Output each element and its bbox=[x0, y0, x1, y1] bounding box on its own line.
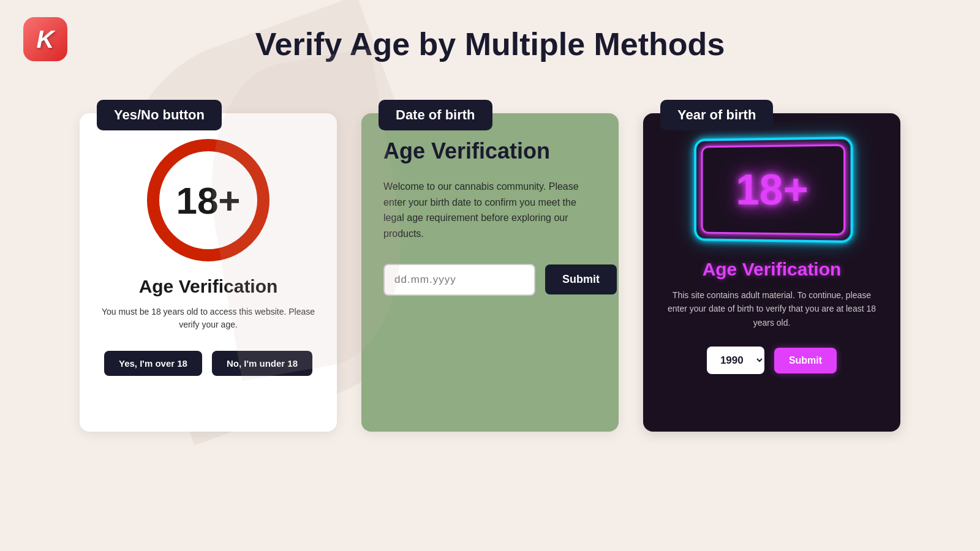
card3-wrapper: Year of birth 18+ Age Verification This … bbox=[643, 113, 900, 432]
badge-18-ring bbox=[149, 141, 267, 259]
card2-label-badge: Date of birth bbox=[379, 100, 492, 130]
card1-description: You must be 18 years old to access this … bbox=[98, 305, 318, 331]
yes-button[interactable]: Yes, I'm over 18 bbox=[104, 351, 202, 376]
neon-box: 18+ bbox=[694, 137, 853, 243]
page-title: Verify Age by Multiple Methods bbox=[0, 26, 980, 62]
card3-description: This site contains adult material. To co… bbox=[662, 288, 882, 329]
cards-container: Yes/No button 18+ Age Verification You m… bbox=[0, 113, 980, 432]
card3-label-badge: Year of birth bbox=[660, 100, 773, 130]
card2-wrapper: Date of birth Age Verification Welcome t… bbox=[361, 113, 619, 432]
card1-label-badge: Yes/No button bbox=[97, 100, 222, 130]
card2-description: Welcome to our cannabis community. Pleas… bbox=[383, 179, 597, 241]
card1-title: Age Verification bbox=[139, 276, 278, 297]
card2: Age Verification Welcome to our cannabis… bbox=[361, 113, 619, 432]
card1: 18+ Age Verification You must be 18 year… bbox=[80, 113, 337, 432]
card3: 18+ Age Verification This site contains … bbox=[643, 113, 900, 432]
dob-input[interactable] bbox=[383, 264, 535, 296]
year-submit-button[interactable]: Submit bbox=[774, 348, 837, 373]
dob-submit-button[interactable]: Submit bbox=[545, 264, 617, 294]
badge-18-container: 18+ bbox=[147, 139, 270, 261]
dob-row: Submit bbox=[383, 264, 597, 296]
neon-sign: 18+ bbox=[692, 138, 851, 242]
badge-18-circle: 18+ bbox=[147, 139, 270, 261]
card1-button-row: Yes, I'm over 18 No, I'm under 18 bbox=[104, 351, 312, 376]
card1-wrapper: Yes/No button 18+ Age Verification You m… bbox=[80, 113, 337, 432]
no-button[interactable]: No, I'm under 18 bbox=[212, 351, 312, 376]
year-select[interactable]: 1990 1991 1989 1985 1980 bbox=[707, 347, 764, 374]
card2-title: Age Verification bbox=[383, 138, 550, 164]
neon-18-text: 18+ bbox=[736, 165, 808, 215]
year-row: 1990 1991 1989 1985 1980 Submit bbox=[707, 347, 837, 374]
card3-title: Age Verification bbox=[703, 259, 842, 280]
